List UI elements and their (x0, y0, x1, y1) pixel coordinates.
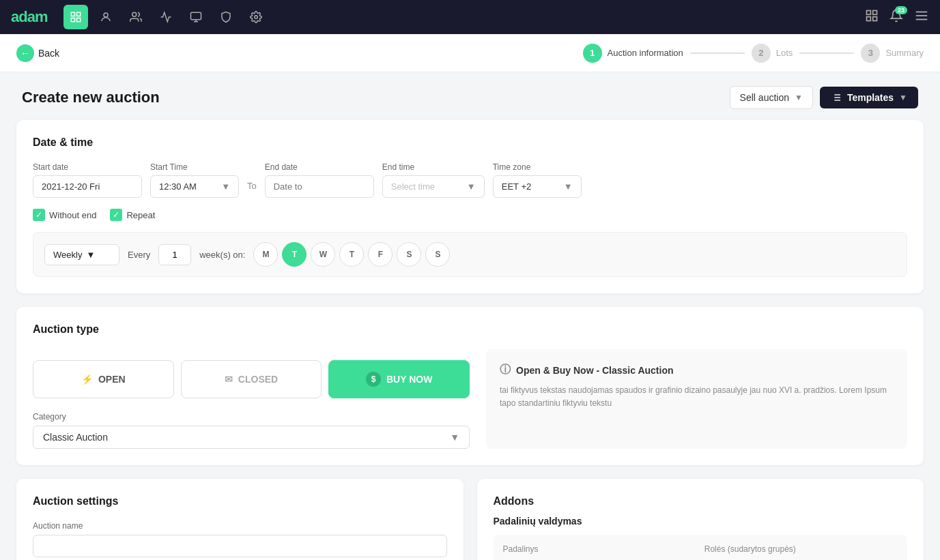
day-sunday[interactable]: S (425, 242, 450, 267)
sell-auction-dropdown[interactable]: Sell auction ▼ (730, 86, 813, 109)
date-time-section-title: Date & time (33, 136, 907, 149)
nav-icon-5[interactable] (184, 5, 208, 29)
day-tuesday[interactable]: T (282, 242, 307, 267)
sell-auction-chevron-icon: ▼ (795, 93, 803, 102)
app-logo: adam (11, 8, 47, 26)
top-nav: adam 23 (0, 0, 940, 34)
end-time-select[interactable]: Select time ▼ (382, 175, 485, 198)
auction-type-card: Auction type ⚡ OPEN ✉ CLOSED $ BUY NOW (16, 307, 924, 465)
nav-icon-7[interactable] (244, 5, 268, 29)
weeks-on-label: week(s) on: (199, 250, 245, 260)
start-time-group: Start Time 12:30 AM ▼ (150, 162, 239, 198)
step-1: 1 Auction information (583, 44, 683, 63)
closed-icon: ✉ (225, 374, 233, 385)
auction-type-section-title: Auction type (33, 323, 907, 336)
category-select[interactable]: Classic Auction ▼ (33, 426, 470, 449)
svg-rect-13 (867, 16, 871, 20)
without-end-label: Without end (49, 210, 96, 220)
svg-rect-10 (867, 10, 871, 14)
open-type-button[interactable]: ⚡ OPEN (33, 360, 174, 398)
breadcrumb-bar: ← Back 1 Auction information 2 Lots 3 Su… (0, 34, 940, 72)
start-date-group: Start date (33, 162, 142, 198)
step-1-circle: 1 (583, 44, 602, 63)
repeat-frequency-chevron-icon: ▼ (86, 250, 95, 260)
addons-title: Addons (494, 495, 908, 507)
date-time-row: Start date Start Time 12:30 AM ▼ To End … (33, 162, 907, 198)
day-monday[interactable]: M (253, 242, 278, 267)
auction-name-label: Auction name (33, 521, 447, 531)
repeat-label: Repeat (126, 210, 155, 220)
page-title: Create new auction (22, 89, 730, 106)
start-time-label: Start Time (150, 162, 239, 172)
timezone-select[interactable]: EET +2 ▼ (493, 175, 582, 198)
closed-type-button[interactable]: ✉ CLOSED (181, 360, 322, 398)
hamburger-menu[interactable] (914, 8, 929, 27)
back-button[interactable]: ← Back (16, 44, 59, 62)
start-date-input[interactable] (33, 175, 142, 198)
end-date-input[interactable] (265, 175, 374, 198)
auction-name-input[interactable] (33, 535, 447, 557)
nav-icon-1[interactable] (63, 5, 88, 29)
svg-point-4 (104, 13, 108, 17)
day-wednesday[interactable]: W (311, 242, 335, 267)
end-time-chevron-icon: ▼ (467, 181, 476, 192)
step-3-label: Summary (885, 48, 924, 58)
without-end-checkbox[interactable]: ✓ Without end (33, 209, 96, 221)
date-time-card: Date & time Start date Start Time 12:30 … (16, 120, 924, 293)
to-label: To (247, 181, 257, 198)
timezone-chevron-icon: ▼ (564, 181, 573, 192)
type-btn-row: ⚡ OPEN ✉ CLOSED $ BUY NOW (33, 360, 470, 398)
end-time-label: End time (382, 162, 485, 172)
templates-chevron-icon: ▼ (899, 93, 907, 102)
nav-icon-2[interactable] (94, 5, 118, 29)
addons-table-header: Padalinys Rolės (sudarytos grupės) (503, 544, 898, 554)
addons-table: Padalinys Rolės (sudarytos grupės) Selec… (494, 535, 908, 560)
repeat-frequency-select[interactable]: Weekly ▼ (44, 244, 119, 265)
type-buttons-col: ⚡ OPEN ✉ CLOSED $ BUY NOW Category Class… (33, 349, 470, 449)
type-info-col: ⓘ Open & Buy Now - Classic Auction tai f… (486, 349, 907, 449)
every-label: Every (128, 250, 150, 260)
svg-point-9 (255, 16, 258, 19)
bottom-row: Auction settings Auction name Pokyčio dy… (16, 479, 924, 560)
start-time-select[interactable]: 12:30 AM ▼ (150, 175, 239, 198)
day-friday[interactable]: F (368, 242, 393, 267)
nav-icon-6[interactable] (214, 5, 238, 29)
info-text: tai fiktyvus tekstas naudojamas spaudos … (500, 384, 894, 410)
timezone-group: Time zone EET +2 ▼ (493, 162, 582, 198)
nav-icon-4[interactable] (154, 5, 178, 29)
grid-icon[interactable] (865, 9, 879, 26)
svg-rect-1 (77, 12, 81, 16)
nav-icon-3[interactable] (124, 5, 148, 29)
padaliniai-title: Padalinių valdymas (494, 516, 908, 527)
buy-now-type-button[interactable]: $ BUY NOW (328, 360, 470, 398)
notification-badge: 23 (895, 6, 907, 14)
step-3: 3 Summary (861, 44, 924, 63)
day-saturday[interactable]: S (397, 242, 421, 267)
repeat-checkbox[interactable]: ✓ Repeat (110, 209, 155, 221)
steps-indicator: 1 Auction information 2 Lots 3 Summary (583, 44, 924, 63)
svg-rect-0 (72, 12, 75, 16)
category-below-row: Category Classic Auction ▼ (33, 412, 470, 449)
step-3-circle: 3 (861, 44, 880, 63)
repeat-check-icon: ✓ (110, 209, 122, 221)
checkbox-row: ✓ Without end ✓ Repeat (33, 209, 907, 221)
every-input[interactable] (158, 244, 191, 265)
svg-rect-2 (77, 18, 81, 22)
end-date-group: End date (265, 162, 374, 198)
templates-button[interactable]: Templates ▼ (820, 87, 918, 108)
auction-type-inner: ⚡ OPEN ✉ CLOSED $ BUY NOW Category Class… (33, 349, 907, 449)
repeat-options-row: Weekly ▼ Every week(s) on: M T W T F S S (33, 232, 907, 277)
notifications-bell[interactable]: 23 (889, 9, 903, 26)
step-2-circle: 2 (752, 44, 771, 63)
start-date-label: Start date (33, 162, 142, 172)
step-1-label: Auction information (608, 48, 683, 58)
category-chevron-icon: ▼ (450, 432, 459, 443)
buy-now-icon: $ (366, 372, 381, 387)
info-title: ⓘ Open & Buy Now - Classic Auction (500, 363, 894, 377)
day-buttons: M T W T F S S (253, 242, 450, 267)
day-thursday[interactable]: T (339, 242, 364, 267)
step-line-1 (690, 53, 745, 54)
category-label: Category (33, 412, 470, 422)
without-end-check-icon: ✓ (33, 209, 45, 221)
step-2: 2 Lots (752, 44, 793, 63)
